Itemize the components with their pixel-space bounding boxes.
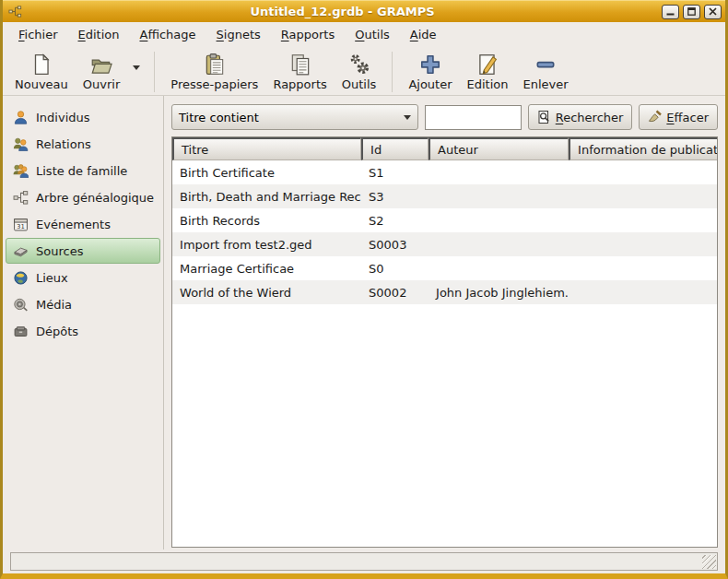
sidebar-label: Relations	[36, 137, 91, 151]
sidebar-item-individus[interactable]: Individus	[6, 104, 160, 130]
clear-button[interactable]: Effacer	[639, 104, 718, 130]
sidebar-item-depots[interactable]: Dépôts	[6, 318, 160, 344]
table-row[interactable]: World of the Wierd S0002 John Jacob Jing…	[172, 280, 717, 304]
search-button-label: Rechercher	[556, 111, 624, 124]
enlever-label: Enlever	[523, 77, 569, 91]
cell-id: S0002	[361, 286, 429, 300]
new-document-icon	[29, 51, 53, 77]
sources-view: Titre contient Rechercher	[164, 96, 725, 549]
table-row[interactable]: Import from test2.ged S0003	[172, 232, 717, 256]
minimize-button[interactable]	[662, 5, 679, 19]
main-area: Individus Relations	[3, 96, 725, 549]
sidebar-item-media[interactable]: Média	[6, 291, 160, 317]
menu-rapports[interactable]: Rapports	[273, 25, 343, 44]
open-folder-icon	[89, 51, 113, 77]
column-header-information[interactable]: Information de publication	[569, 137, 717, 160]
sidebar-label: Sources	[36, 244, 83, 258]
globe-icon	[12, 269, 29, 286]
nouveau-label: Nouveau	[15, 77, 68, 91]
sidebar-item-liste-de-famille[interactable]: Liste de famille	[6, 158, 160, 183]
cell-titre: Birth Records	[172, 214, 361, 228]
edition-button[interactable]: Edition	[461, 49, 515, 93]
enlever-button[interactable]: Enlever	[517, 49, 575, 93]
clear-button-label: Effacer	[666, 111, 709, 124]
menu-fichier[interactable]: Fichier	[10, 25, 66, 44]
sidebar-item-relations[interactable]: Relations	[6, 131, 160, 157]
filter-field-select[interactable]: Titre contient	[171, 104, 418, 130]
column-header-titre[interactable]: Titre	[172, 137, 361, 160]
table-header: Titre Id Auteur Information de publicati…	[172, 137, 717, 160]
cell-titre: Import from test2.ged	[172, 238, 361, 252]
two-people-icon	[12, 136, 29, 152]
table-row[interactable]: Marriage Certificae S0	[172, 256, 717, 280]
sidebar-label: Liste de famille	[36, 164, 127, 178]
outils-button[interactable]: Outils	[335, 49, 383, 93]
family-people-icon	[12, 162, 29, 179]
filter-bar: Titre contient Rechercher	[171, 103, 718, 131]
presse-papiers-button[interactable]: Presse-papiers	[164, 49, 264, 93]
ajouter-label: Ajouter	[408, 77, 452, 91]
rapports-label: Rapports	[273, 77, 326, 91]
cell-id: S3	[361, 190, 429, 204]
menu-outils[interactable]: Outils	[346, 25, 398, 44]
edit-pencil-icon	[476, 51, 499, 77]
chevron-down-icon	[133, 65, 140, 84]
maximize-button[interactable]	[683, 5, 700, 19]
table-body: Birth Certificate S1 Birth, Death and Ma…	[172, 160, 717, 547]
sidebar-item-sources[interactable]: Sources	[6, 238, 160, 264]
brush-icon	[648, 110, 663, 124]
cell-titre: Birth, Death and Marriage Rec...	[172, 190, 361, 204]
menu-affichage[interactable]: Affichage	[131, 25, 204, 44]
cell-titre: Marriage Certificae	[172, 262, 361, 276]
search-input[interactable]	[425, 105, 522, 130]
close-icon	[709, 7, 717, 16]
chevron-down-icon	[404, 115, 411, 120]
media-icon	[12, 296, 29, 313]
nouveau-button[interactable]: Nouveau	[8, 49, 75, 93]
person-icon	[12, 109, 29, 125]
repository-icon	[12, 323, 29, 339]
source-book-icon	[12, 242, 29, 259]
table-row[interactable]: Birth Records S2	[172, 208, 717, 232]
statusbar-area	[3, 549, 725, 573]
menu-signets[interactable]: Signets	[208, 25, 269, 44]
ouvrir-button[interactable]: Ouvrir	[76, 49, 126, 93]
column-header-id[interactable]: Id	[361, 137, 429, 160]
sidebar-label: Arbre généalogique	[36, 191, 154, 205]
toolbar: Nouveau Ouvrir P	[3, 46, 725, 96]
sidebar-item-evenements[interactable]: 31 Evénements	[6, 211, 160, 237]
window-title: Untitled_12.grdb - GRAMPS	[23, 5, 662, 18]
table-row[interactable]: Birth, Death and Marriage Rec... S3	[172, 184, 717, 208]
cell-id: S1	[361, 166, 429, 180]
pedigree-icon	[12, 189, 29, 206]
close-button[interactable]	[704, 5, 722, 19]
ouvrir-dropdown-button[interactable]	[130, 61, 143, 84]
rapports-button[interactable]: Rapports	[266, 49, 333, 93]
table-row[interactable]: Birth Certificate S1	[172, 160, 717, 184]
edition-label: Edition	[467, 77, 509, 91]
sidebar-label: Lieux	[36, 271, 68, 285]
calendar-31-icon: 31	[12, 216, 29, 232]
resize-grip-icon[interactable]	[702, 555, 716, 569]
sidebar-label: Dépôts	[36, 325, 78, 338]
ajouter-button[interactable]: Ajouter	[402, 49, 458, 93]
menu-edition[interactable]: Edition	[70, 25, 128, 44]
titlebar[interactable]: Untitled_12.grdb - GRAMPS	[3, 0, 725, 22]
search-icon	[537, 110, 552, 124]
clipboard-icon	[203, 51, 227, 77]
column-header-auteur[interactable]: Auteur	[429, 137, 569, 160]
add-plus-icon	[418, 51, 442, 77]
cell-id: S2	[361, 214, 429, 228]
ouvrir-label: Ouvrir	[83, 77, 120, 91]
reports-icon	[288, 51, 312, 77]
sidebar-label: Evénements	[36, 218, 111, 231]
sidebar-item-lieux[interactable]: Lieux	[6, 265, 160, 290]
menu-aide[interactable]: Aide	[402, 25, 445, 44]
cell-id: S0	[361, 262, 429, 276]
search-button[interactable]: Rechercher	[528, 104, 633, 130]
sidebar-label: Média	[36, 298, 72, 312]
sidebar-label: Individus	[36, 111, 90, 124]
sidebar-item-arbre-genealogique[interactable]: Arbre généalogique	[6, 184, 160, 210]
toolbar-separator	[392, 52, 393, 92]
svg-text:31: 31	[17, 222, 25, 230]
